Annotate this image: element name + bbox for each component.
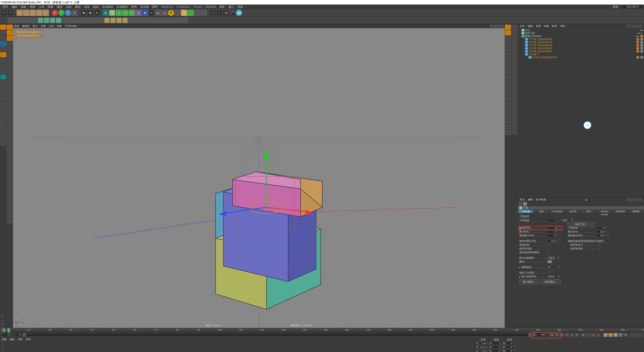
- add-floor-icon[interactable]: ▬: [155, 10, 161, 16]
- tb2-icon-29[interactable]: [183, 18, 188, 23]
- menu-编辑[interactable]: 编辑: [10, 5, 19, 9]
- rpal1-btn-14[interactable]: [505, 102, 511, 107]
- tb2-icon-24[interactable]: [152, 18, 158, 23]
- tb2-icon-17[interactable]: [110, 18, 116, 23]
- menu-渲染[interactable]: 渲染: [83, 5, 91, 9]
- omgr-btn-2[interactable]: [630, 24, 634, 28]
- vp-btn-3[interactable]: [497, 25, 500, 28]
- menu-X-Particles[interactable]: X-Particles: [175, 5, 191, 8]
- autokey-icon[interactable]: ◆: [591, 333, 596, 337]
- attr-arrow-left[interactable]: ◄: [585, 198, 587, 201]
- z-axis-icon[interactable]: Z: [65, 10, 71, 16]
- attr-mode-icon[interactable]: [519, 202, 522, 206]
- lpal2-btn-35[interactable]: [7, 218, 13, 223]
- vp-btn-4[interactable]: [501, 25, 504, 28]
- rpal2-btn-8[interactable]: [511, 69, 517, 74]
- menu-工具[interactable]: 工具: [37, 5, 46, 9]
- rpal2-btn-9[interactable]: [511, 74, 517, 79]
- tool-icon-5[interactable]: [201, 10, 207, 16]
- lpal2-btn-32[interactable]: [7, 202, 13, 207]
- lpal2-btn-15[interactable]: [7, 108, 13, 113]
- max-field[interactable]: 300 F: [596, 230, 607, 233]
- render-settings-icon[interactable]: ⚙: [94, 10, 100, 16]
- x-axis-icon[interactable]: X: [52, 10, 58, 16]
- xp-icon-1[interactable]: ░: [210, 10, 216, 16]
- loop-icon[interactable]: ↻: [554, 333, 559, 337]
- timeline-ruler[interactable]: 0102030405060708090100110120130140150160…: [8, 328, 644, 332]
- pbgrid-3[interactable]: [639, 333, 643, 337]
- lpal2-btn-18[interactable]: [7, 124, 13, 129]
- tool-icon-3[interactable]: [188, 10, 194, 16]
- rpal1-btn-9[interactable]: [505, 74, 511, 79]
- add-generator-icon[interactable]: ⊛: [122, 10, 128, 16]
- rpal1-btn-16[interactable]: [505, 113, 511, 118]
- rpal1-btn-3[interactable]: [505, 41, 511, 46]
- vptab-摄像机[interactable]: 摄像机: [22, 24, 30, 28]
- vp-btn-1[interactable]: [490, 25, 493, 28]
- omgr-btn-1[interactable]: [626, 24, 630, 28]
- rpal2-btn-4[interactable]: [511, 47, 517, 52]
- menu-插件[interactable]: 插件: [151, 5, 159, 9]
- end-frame-field[interactable]: 300 F: [536, 333, 547, 336]
- lpal2-btn-28[interactable]: [7, 180, 13, 185]
- tb2-icon-4[interactable]: [32, 18, 37, 23]
- attr-gear-icon[interactable]: [523, 202, 527, 206]
- xp-icon-3[interactable]: ▤: [223, 10, 229, 16]
- lpal1-btn-18[interactable]: [0, 124, 6, 129]
- pbopt-4-icon[interactable]: P: [618, 333, 623, 337]
- attrtab-用户数据[interactable]: 用户数据: [536, 198, 546, 201]
- menu-流水线[interactable]: 流水线: [139, 5, 150, 9]
- rpal1-btn-18[interactable]: [505, 124, 511, 129]
- select-tool-icon[interactable]: ✥: [17, 10, 23, 16]
- menu-运动跟踪[interactable]: 运动跟踪: [101, 5, 115, 9]
- tb2-icon-14[interactable]: [92, 18, 98, 23]
- tb2-icon-1[interactable]: [14, 18, 19, 23]
- menu-网格[interactable]: 网格: [46, 5, 55, 9]
- timeline[interactable]: 0102030405060708090100110120130140150160…: [0, 328, 644, 332]
- current-frame-field[interactable]: 0 F: [15, 333, 23, 337]
- tb2-icon-7[interactable]: [50, 18, 55, 23]
- rpal2-btn-11[interactable]: [511, 85, 517, 91]
- add-null-icon[interactable]: ⊛: [116, 10, 122, 16]
- vptab-查看[interactable]: 查看: [14, 24, 19, 28]
- rpal2-btn-0[interactable]: [511, 25, 517, 30]
- omtab-编辑[interactable]: 编辑: [528, 24, 533, 28]
- lpal2-btn-24[interactable]: [7, 157, 13, 162]
- omgr-btn-4[interactable]: [638, 24, 642, 28]
- scrollbar-thumb-left[interactable]: [23, 333, 26, 336]
- rpal1-btn-11[interactable]: [505, 85, 511, 91]
- pbopt-2-icon[interactable]: ↔: [608, 333, 613, 337]
- xp-icon-2[interactable]: □: [216, 10, 222, 16]
- tb2-icon-25[interactable]: [158, 18, 164, 23]
- rpal2-btn-5[interactable]: [511, 52, 517, 57]
- tb2-icon-8[interactable]: [56, 18, 61, 23]
- gen-check[interactable]: [547, 247, 550, 250]
- lpal2-btn-31[interactable]: [7, 196, 13, 201]
- psr-icon[interactable]: PSR0: [229, 10, 235, 16]
- def-check[interactable]: [598, 247, 601, 250]
- omtab-查看[interactable]: 查看: [536, 24, 541, 28]
- attrsubtab-3[interactable]: 动力学: [565, 210, 581, 213]
- lpal1-btn-20[interactable]: [0, 135, 6, 140]
- lpal1-btn-3[interactable]: [0, 41, 6, 46]
- lpal2-btn-23[interactable]: [7, 152, 13, 157]
- lpal1-btn-6[interactable]: [0, 58, 6, 63]
- tb2-icon-28[interactable]: [177, 18, 182, 23]
- scrollbar-thumb-right[interactable]: [529, 333, 531, 336]
- lpal2-btn-7[interactable]: [7, 63, 13, 68]
- render-region-icon[interactable]: ▦: [87, 10, 93, 16]
- rpal2-btn-7[interactable]: [511, 63, 517, 68]
- tb2-icon-0[interactable]: [8, 18, 13, 23]
- duration-field[interactable]: 0 F: [596, 227, 607, 230]
- undo-icon[interactable]: ↶: [1, 10, 7, 16]
- rpal2-btn-15[interactable]: [511, 108, 517, 113]
- rpal1-btn-8[interactable]: [505, 69, 511, 74]
- menu-Redshift[interactable]: Redshift: [204, 5, 217, 8]
- lpal2-btn-20[interactable]: [7, 135, 13, 140]
- menu-运动图形[interactable]: 运动图形: [115, 5, 129, 9]
- lpal2-btn-10[interactable]: [7, 80, 13, 85]
- pbopt-3-icon[interactable]: ↻: [613, 333, 618, 337]
- goto-first-icon[interactable]: |◂: [549, 333, 554, 337]
- lpal2-btn-0[interactable]: [7, 25, 13, 30]
- lod-field[interactable]: 100 %: [547, 240, 558, 243]
